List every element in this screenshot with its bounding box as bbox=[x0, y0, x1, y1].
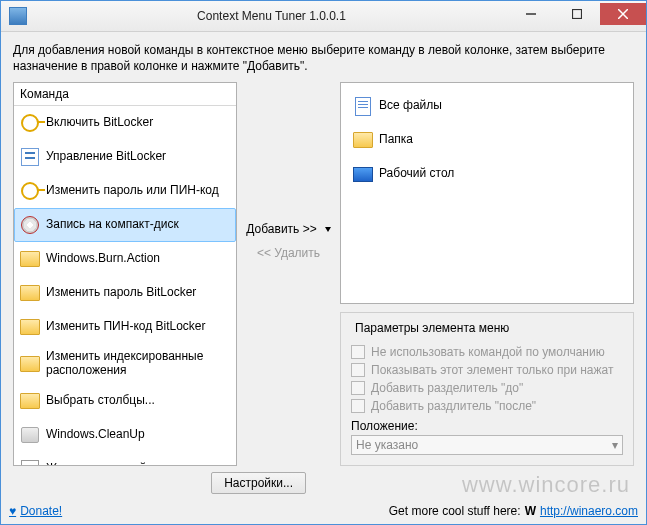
command-item[interactable]: Запись на компакт-диск bbox=[14, 208, 236, 242]
command-item[interactable]: Управление BitLocker bbox=[14, 140, 236, 174]
target-item-label: Все файлы bbox=[379, 99, 442, 113]
titlebar: Context Menu Tuner 1.0.0.1 bbox=[1, 1, 646, 32]
folder-icon bbox=[20, 391, 40, 411]
command-item[interactable]: Включить BitLocker bbox=[14, 106, 236, 140]
add-button[interactable]: Добавить >> bbox=[246, 222, 330, 236]
donate-icon: ♥ bbox=[9, 504, 16, 518]
folder-icon bbox=[353, 130, 373, 150]
target-item-label: Рабочий стол bbox=[379, 167, 454, 181]
donate-link[interactable]: ♥ Donate! bbox=[9, 504, 62, 518]
winaero-link[interactable]: http://winaero.com bbox=[540, 504, 638, 518]
close-button[interactable] bbox=[600, 3, 646, 25]
param-default-cmd: Не использовать командой по умолчанию bbox=[351, 345, 623, 359]
position-select[interactable]: Не указано ▾ bbox=[351, 435, 623, 455]
key-icon bbox=[20, 113, 40, 133]
checkbox-icon[interactable] bbox=[351, 381, 365, 395]
right-column: Все файлыПапкаРабочий стол Параметры эле… bbox=[340, 82, 634, 466]
status-right: Get more cool stuff here: W http://winae… bbox=[389, 504, 638, 518]
command-item[interactable]: Журнал адресной строки bbox=[14, 452, 236, 465]
command-item-label: Windows.CleanUp bbox=[46, 428, 145, 442]
target-item[interactable]: Рабочий стол bbox=[347, 157, 627, 191]
command-item-label: Журнал адресной строки bbox=[46, 462, 186, 465]
svg-rect-1 bbox=[573, 10, 582, 19]
command-item-label: Запись на компакт-диск bbox=[46, 218, 179, 232]
param-sep-after: Добавить раздлитель "после" bbox=[351, 399, 623, 413]
command-item-label: Изменить пароль или ПИН-код bbox=[46, 184, 219, 198]
remove-button[interactable]: << Удалить bbox=[257, 246, 320, 260]
files-icon bbox=[353, 96, 373, 116]
clean-icon bbox=[20, 425, 40, 445]
target-item[interactable]: Все файлы bbox=[347, 89, 627, 123]
command-item[interactable]: Изменить ПИН-код BitLocker bbox=[14, 310, 236, 344]
commands-list[interactable]: Включить BitLockerУправление BitLockerИз… bbox=[14, 106, 236, 465]
param-sep-before: Добавить разделитель "до" bbox=[351, 381, 623, 395]
targets-list[interactable]: Все файлыПапкаРабочий стол bbox=[347, 89, 627, 297]
minimize-button[interactable] bbox=[508, 3, 554, 25]
add-button-label: Добавить >> bbox=[246, 222, 316, 236]
command-item-label: Windows.Burn.Action bbox=[46, 252, 160, 266]
command-item-label: Изменить индексированные расположения bbox=[46, 350, 230, 378]
command-item[interactable]: Windows.Burn.Action bbox=[14, 242, 236, 276]
command-item[interactable]: Изменить индексированные расположения bbox=[14, 344, 236, 384]
target-item-label: Папка bbox=[379, 133, 413, 147]
command-item[interactable]: Изменить пароль или ПИН-код bbox=[14, 174, 236, 208]
command-item-label: Изменить пароль BitLocker bbox=[46, 286, 196, 300]
status-bar: ♥ Donate! Get more cool stuff here: W ht… bbox=[1, 500, 646, 524]
param-default-cmd-label: Не использовать командой по умолчанию bbox=[371, 345, 605, 359]
donate-label: Donate! bbox=[20, 504, 62, 518]
main-area: Команда Включить BitLockerУправление Bit… bbox=[13, 82, 634, 466]
maximize-button[interactable] bbox=[554, 3, 600, 25]
chevron-down-icon bbox=[325, 227, 331, 232]
checkbox-icon[interactable] bbox=[351, 345, 365, 359]
key-icon bbox=[20, 181, 40, 201]
checkbox-icon[interactable] bbox=[351, 363, 365, 377]
cd-icon bbox=[20, 215, 40, 235]
monitor-icon bbox=[353, 164, 373, 184]
commands-panel: Команда Включить BitLockerУправление Bit… bbox=[13, 82, 237, 466]
target-item[interactable]: Папка bbox=[347, 123, 627, 157]
window-body: Для добавления новой команды в контекстн… bbox=[1, 32, 646, 500]
instructions-text: Для добавления новой команды в контекстн… bbox=[13, 42, 634, 74]
app-icon bbox=[9, 7, 27, 25]
command-item[interactable]: Windows.CleanUp bbox=[14, 418, 236, 452]
journal-icon bbox=[20, 459, 40, 465]
position-label: Положение: bbox=[351, 419, 623, 433]
command-item-label: Изменить ПИН-код BitLocker bbox=[46, 320, 206, 334]
folder-icon bbox=[20, 249, 40, 269]
chevron-down-icon: ▾ bbox=[612, 438, 618, 452]
bottom-bar: Настройки... bbox=[13, 466, 634, 494]
commands-header: Команда bbox=[14, 83, 236, 106]
close-icon bbox=[618, 9, 628, 19]
param-show-on-press: Показывать этот элемент только при нажат bbox=[351, 363, 623, 377]
position-value: Не указано bbox=[356, 438, 418, 452]
targets-panel: Все файлыПапкаРабочий стол bbox=[340, 82, 634, 304]
command-item[interactable]: Выбрать столбцы... bbox=[14, 384, 236, 418]
command-item-label: Включить BitLocker bbox=[46, 116, 153, 130]
window-title: Context Menu Tuner 1.0.0.1 bbox=[35, 9, 508, 23]
maximize-icon bbox=[572, 9, 582, 19]
checks-icon bbox=[20, 147, 40, 167]
checkbox-icon[interactable] bbox=[351, 399, 365, 413]
remove-button-label: << Удалить bbox=[257, 246, 320, 260]
params-title: Параметры элемента меню bbox=[351, 321, 513, 335]
minimize-icon bbox=[526, 9, 536, 19]
settings-button[interactable]: Настройки... bbox=[211, 472, 306, 494]
winaero-icon: W bbox=[525, 504, 536, 518]
command-item-label: Управление BitLocker bbox=[46, 150, 166, 164]
middle-buttons: Добавить >> << Удалить bbox=[241, 82, 336, 466]
param-sep-before-label: Добавить разделитель "до" bbox=[371, 381, 523, 395]
app-window: Context Menu Tuner 1.0.0.1 Для добавлени… bbox=[0, 0, 647, 525]
settings-button-label: Настройки... bbox=[224, 476, 293, 490]
menu-item-params: Параметры элемента меню Не использовать … bbox=[340, 312, 634, 466]
command-item-label: Выбрать столбцы... bbox=[46, 394, 155, 408]
param-sep-after-label: Добавить раздлитель "после" bbox=[371, 399, 536, 413]
more-stuff-label: Get more cool stuff here: bbox=[389, 504, 521, 518]
command-item[interactable]: Изменить пароль BitLocker bbox=[14, 276, 236, 310]
folder-icon bbox=[20, 317, 40, 337]
param-show-on-press-label: Показывать этот элемент только при нажат bbox=[371, 363, 613, 377]
folder-icon bbox=[20, 283, 40, 303]
folder-icon bbox=[20, 354, 40, 374]
